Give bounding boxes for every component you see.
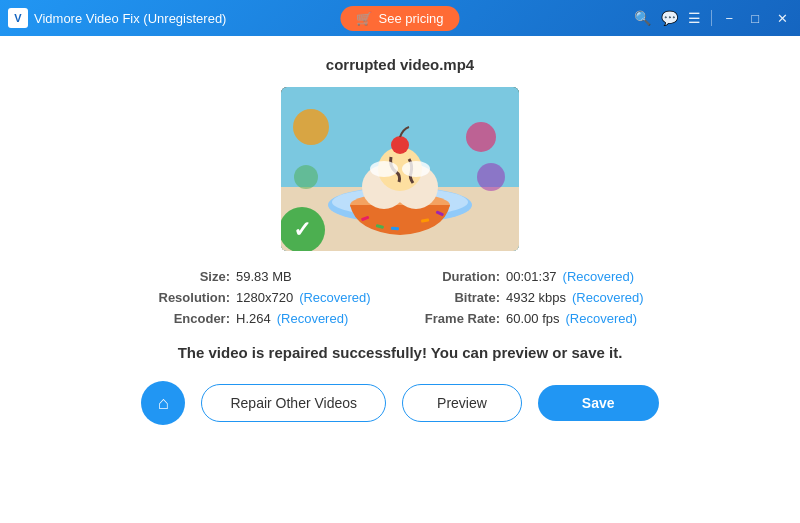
svg-point-18	[294, 165, 318, 189]
repair-other-button[interactable]: Repair Other Videos	[201, 384, 386, 422]
framerate-value: 60.00 fps	[506, 311, 560, 326]
preview-button[interactable]: Preview	[402, 384, 522, 422]
bitrate-value: 4932 kbps	[506, 290, 566, 305]
title-bar-center: 🛒 See pricing	[340, 6, 459, 31]
info-grid: Size: 59.83 MB Duration: 00:01:37 (Recov…	[150, 269, 650, 326]
minimize-button[interactable]: −	[722, 11, 738, 26]
duration-label: Duration:	[420, 269, 500, 284]
svg-point-13	[391, 136, 409, 154]
menu-icon[interactable]: ☰	[688, 10, 701, 26]
chat-icon[interactable]: 💬	[661, 10, 678, 26]
save-button[interactable]: Save	[538, 385, 659, 421]
duration-value: 00:01:37	[506, 269, 557, 284]
title-bar: V Vidmore Video Fix (Unregistered) 🛒 See…	[0, 0, 800, 36]
video-preview-container: ✓	[281, 87, 519, 251]
info-row-bitrate: Bitrate: 4932 kbps (Recovered)	[420, 290, 650, 305]
bitrate-label: Bitrate:	[420, 290, 500, 305]
info-row-framerate: Frame Rate: 60.00 fps (Recovered)	[420, 311, 650, 326]
resolution-value: 1280x720	[236, 290, 293, 305]
encoder-label: Encoder:	[150, 311, 230, 326]
success-message: The video is repaired successfully! You …	[178, 344, 623, 361]
resolution-label: Resolution:	[150, 290, 230, 305]
buttons-row: ⌂ Repair Other Videos Preview Save	[141, 381, 658, 425]
video-filename: corrupted video.mp4	[326, 56, 474, 73]
resolution-recovered: (Recovered)	[299, 290, 371, 305]
info-row-resolution: Resolution: 1280x720 (Recovered)	[150, 290, 380, 305]
app-icon: V	[8, 8, 28, 28]
title-bar-right: 🔍 💬 ☰ − □ ✕	[634, 10, 792, 26]
close-button[interactable]: ✕	[773, 11, 792, 26]
title-bar-left: V Vidmore Video Fix (Unregistered)	[8, 8, 226, 28]
encoder-value: H.264	[236, 311, 271, 326]
main-content: corrupted video.mp4	[0, 36, 800, 523]
framerate-recovered: (Recovered)	[566, 311, 638, 326]
size-label: Size:	[150, 269, 230, 284]
maximize-button[interactable]: □	[747, 11, 763, 26]
see-pricing-button[interactable]: 🛒 See pricing	[340, 6, 459, 31]
home-icon: ⌂	[158, 393, 169, 414]
encoder-recovered: (Recovered)	[277, 311, 349, 326]
info-row-size: Size: 59.83 MB	[150, 269, 380, 284]
info-row-duration: Duration: 00:01:37 (Recovered)	[420, 269, 650, 284]
svg-point-19	[477, 163, 505, 191]
bitrate-recovered: (Recovered)	[572, 290, 644, 305]
framerate-label: Frame Rate:	[420, 311, 500, 326]
svg-point-16	[293, 109, 329, 145]
search-icon[interactable]: 🔍	[634, 10, 651, 26]
size-value: 59.83 MB	[236, 269, 292, 284]
title-divider	[711, 10, 712, 26]
cart-icon: 🛒	[356, 11, 372, 26]
svg-point-14	[370, 161, 398, 177]
duration-recovered: (Recovered)	[563, 269, 635, 284]
app-title: Vidmore Video Fix (Unregistered)	[34, 11, 226, 26]
svg-point-17	[466, 122, 496, 152]
home-button[interactable]: ⌂	[141, 381, 185, 425]
checkmark-badge: ✓	[281, 207, 325, 251]
svg-point-15	[402, 161, 430, 177]
info-row-encoder: Encoder: H.264 (Recovered)	[150, 311, 380, 326]
